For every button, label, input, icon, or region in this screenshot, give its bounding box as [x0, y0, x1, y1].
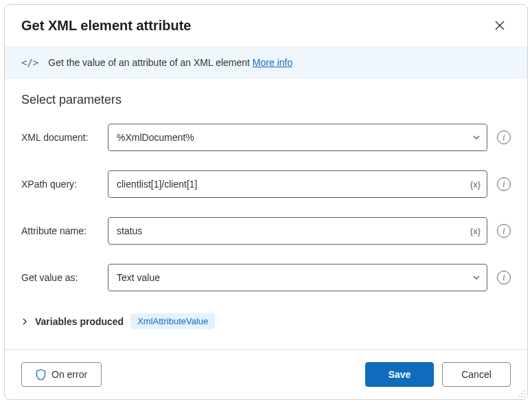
field-xpath-query[interactable]: {x} — [108, 170, 487, 198]
more-info-link[interactable]: More info — [253, 57, 292, 68]
dialog-body: Select parameters XML document: %XmlDocu… — [5, 79, 527, 349]
svg-point-1 — [521, 393, 522, 394]
field-get-value-as[interactable]: Text value — [108, 264, 487, 291]
dialog-footer: On error Save Cancel — [5, 349, 527, 399]
label-get-value-as: Get value as: — [21, 272, 98, 283]
cancel-button[interactable]: Cancel — [442, 362, 511, 387]
attribute-name-input[interactable] — [108, 217, 487, 245]
on-error-button[interactable]: On error — [21, 362, 102, 387]
footer-actions: Save Cancel — [365, 362, 511, 387]
info-icon[interactable]: i — [497, 224, 511, 238]
xpath-query-input[interactable] — [108, 170, 487, 198]
code-icon: </> — [21, 57, 38, 68]
dialog-header: Get XML element attribute — [5, 5, 527, 46]
info-banner: </> Get the value of an attribute of an … — [5, 46, 527, 79]
info-icon[interactable]: i — [497, 131, 511, 144]
row-attribute-name: Attribute name: {x} i — [21, 217, 511, 245]
svg-point-5 — [524, 396, 525, 397]
variables-produced-label: Variables produced — [35, 316, 124, 327]
field-xml-document[interactable]: %XmlDocument% — [108, 124, 487, 151]
field-attribute-name[interactable]: {x} — [108, 217, 487, 245]
label-xpath-query: XPath query: — [21, 179, 98, 190]
variable-chip[interactable]: XmlAttributeValue — [130, 313, 215, 329]
dialog-title: Get XML element attribute — [21, 18, 191, 34]
variables-produced-row[interactable]: Variables produced XmlAttributeValue — [21, 311, 511, 332]
label-attribute-name: Attribute name: — [21, 225, 98, 236]
chevron-right-icon — [21, 318, 28, 325]
get-value-as-select[interactable]: Text value — [108, 264, 487, 291]
banner-text: Get the value of an attribute of an XML … — [48, 57, 292, 68]
svg-point-3 — [518, 396, 520, 397]
save-button[interactable]: Save — [365, 362, 434, 387]
row-xml-document: XML document: %XmlDocument% i — [21, 124, 511, 151]
row-get-value-as: Get value as: Text value i — [21, 264, 511, 291]
shield-icon — [36, 369, 46, 381]
close-button[interactable] — [489, 14, 511, 36]
row-xpath-query: XPath query: {x} i — [21, 170, 511, 198]
svg-point-4 — [521, 396, 522, 397]
resize-grip-icon[interactable] — [516, 388, 526, 398]
xml-document-select[interactable]: %XmlDocument% — [108, 124, 487, 151]
dialog: Get XML element attribute </> Get the va… — [4, 4, 528, 400]
svg-point-0 — [524, 390, 525, 392]
info-icon[interactable]: i — [497, 271, 511, 284]
section-title: Select parameters — [21, 93, 511, 107]
info-icon[interactable]: i — [497, 177, 511, 191]
svg-point-2 — [524, 393, 525, 394]
close-icon — [495, 21, 505, 30]
label-xml-document: XML document: — [21, 132, 98, 143]
